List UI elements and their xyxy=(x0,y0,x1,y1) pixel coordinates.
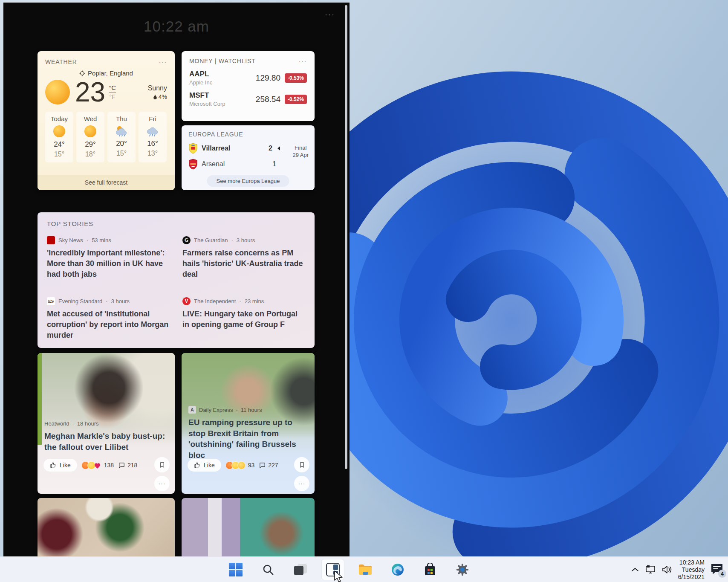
task-view-button[interactable] xyxy=(289,559,312,580)
match-date: 29 Apr xyxy=(292,151,309,159)
sky-news-icon xyxy=(47,236,55,244)
evening-standard-icon: ES xyxy=(47,297,55,305)
story-item[interactable]: ES Evening Standard · 3 hours Met accuse… xyxy=(47,297,170,341)
notification-badge: 4 xyxy=(718,570,726,578)
store-icon xyxy=(424,563,436,576)
like-button[interactable]: Like xyxy=(188,459,221,472)
villarreal-crest-icon xyxy=(188,143,198,154)
weather-condition: Sunny xyxy=(148,84,167,92)
rain-icon xyxy=(146,125,159,136)
file-explorer-button[interactable] xyxy=(354,559,376,580)
current-temperature: 23 xyxy=(75,78,105,106)
comment-icon xyxy=(118,462,125,469)
like-button[interactable]: Like xyxy=(43,459,77,472)
article-headline: EU ramping pressure up to stop Brexit Br… xyxy=(188,417,309,461)
stock-change-badge: -0.52% xyxy=(285,95,307,104)
news-card-brexit[interactable]: A Daily Express · 11 hours EU ramping pr… xyxy=(182,353,315,494)
reactions[interactable]: 93 xyxy=(225,461,255,469)
news-card-meghan[interactable]: Heatworld · 18 hours Meghan Markle's bab… xyxy=(38,353,175,494)
raindrop-icon xyxy=(153,94,157,99)
sun-rain-icon xyxy=(115,125,128,136)
top-stories-title: TOP STORIES xyxy=(47,220,93,227)
gear-icon xyxy=(456,563,469,576)
widgets-button[interactable] xyxy=(322,559,344,580)
news-card-partial[interactable] xyxy=(38,498,175,557)
guardian-icon: G xyxy=(182,236,191,244)
file-explorer-icon xyxy=(358,563,373,576)
tray-chevron-up-icon[interactable] xyxy=(631,567,639,573)
top-stories-widget: TOP STORIES Sky News · 53 mins 'Incredib… xyxy=(38,212,315,348)
bookmark-button[interactable] xyxy=(154,457,170,472)
settings-button[interactable] xyxy=(451,559,474,580)
fahrenheit-toggle[interactable]: °F xyxy=(110,93,116,100)
forecast-day[interactable]: Thu 20° 15° xyxy=(107,112,136,162)
match-team-row[interactable]: Villarreal 2 xyxy=(188,143,280,154)
network-icon[interactable] xyxy=(645,565,656,574)
independent-icon: V xyxy=(182,297,191,305)
weather-more-button[interactable]: ··· xyxy=(159,58,168,65)
heart-reaction-icon xyxy=(93,461,101,469)
wallpaper-bloom-art xyxy=(324,47,728,563)
sun-icon xyxy=(84,125,96,137)
tray-clock[interactable]: 10:23 AM Tuesday 6/15/2021 xyxy=(678,559,705,581)
stock-row-aapl[interactable]: AAPL Apple Inc 129.80 -0.53% xyxy=(189,70,307,86)
mouse-cursor xyxy=(333,570,344,582)
story-item[interactable]: Sky News · 53 mins 'Incredibly important… xyxy=(47,236,170,280)
article-headline: Meghan Markle's baby bust-up: the fallou… xyxy=(44,431,169,452)
sun-icon xyxy=(53,125,65,137)
windows-logo-icon xyxy=(229,563,243,576)
team-score: 1 xyxy=(272,160,276,168)
notification-center-button[interactable]: 4 xyxy=(710,563,725,576)
location-icon xyxy=(79,70,85,76)
forecast-day[interactable]: Fri 16° 13° xyxy=(139,112,167,162)
search-button[interactable] xyxy=(257,559,279,580)
weather-title: WEATHER xyxy=(45,58,77,65)
card-more-button[interactable]: ··· xyxy=(294,476,309,491)
comments-button[interactable]: 227 xyxy=(259,462,278,469)
sports-title: EUROPA LEAGUE xyxy=(188,131,243,138)
reactions[interactable]: 138 xyxy=(81,461,114,469)
see-full-forecast-link[interactable]: See full forecast xyxy=(38,175,175,190)
panel-more-button[interactable]: ··· xyxy=(325,10,335,19)
match-team-row[interactable]: Arsenal 1 xyxy=(188,159,276,170)
comments-button[interactable]: 218 xyxy=(118,462,137,469)
thumbs-up-icon xyxy=(194,462,201,469)
card-more-button[interactable]: ··· xyxy=(154,476,170,491)
story-item[interactable]: V The Independent · 23 mins LIVE: Hungar… xyxy=(182,297,305,341)
edge-button[interactable] xyxy=(387,559,409,580)
laughing-reaction-icon xyxy=(237,461,246,469)
forecast-day[interactable]: Wed 29° 18° xyxy=(76,112,104,162)
stock-row-msft[interactable]: MSFT Microsoft Corp 258.54 -0.52% xyxy=(189,91,307,107)
celsius-toggle[interactable]: °C xyxy=(109,84,116,93)
money-watchlist-widget: MONEY | WATCHLIST ··· AAPL Apple Inc 129… xyxy=(182,51,315,121)
sunny-icon xyxy=(45,80,70,104)
bookmark-icon xyxy=(159,461,165,469)
match-status: Final xyxy=(292,144,309,151)
winner-marker-icon xyxy=(277,146,280,151)
news-card-partial[interactable] xyxy=(182,498,315,557)
microsoft-store-button[interactable] xyxy=(419,559,441,580)
stock-price: 129.80 xyxy=(256,73,280,83)
taskbar: 10:23 AM Tuesday 6/15/2021 4 xyxy=(0,556,728,582)
bookmark-button[interactable] xyxy=(294,457,309,472)
story-item[interactable]: G The Guardian · 3 hours Farmers raise c… xyxy=(182,236,305,280)
weather-widget: WEATHER ··· Poplar, England 23 °C °F Sun… xyxy=(38,51,175,190)
thumbs-up-icon xyxy=(50,462,57,469)
money-more-button[interactable]: ··· xyxy=(299,57,307,64)
daily-express-icon: A xyxy=(188,406,196,414)
team-score: 2 xyxy=(269,145,272,152)
precipitation-chance: 4% xyxy=(159,93,167,100)
start-button[interactable] xyxy=(225,559,247,580)
comment-icon xyxy=(259,462,266,469)
search-icon xyxy=(262,563,274,576)
widgets-panel: 10:22 am ··· WEATHER ··· Poplar, England… xyxy=(3,3,350,557)
europa-league-widget: EUROPA LEAGUE Villarreal 2 Arsenal 1 xyxy=(182,125,315,190)
stock-change-badge: -0.53% xyxy=(285,73,307,83)
panel-clock: 10:22 am xyxy=(3,18,350,35)
weather-location[interactable]: Poplar, England xyxy=(88,69,133,77)
volume-icon[interactable] xyxy=(662,565,673,574)
see-more-europa-league-button[interactable]: See more Europa League xyxy=(207,175,289,187)
panel-scrollbar[interactable] xyxy=(345,5,347,469)
stock-price: 258.54 xyxy=(256,95,280,104)
forecast-day[interactable]: Today 24° 15° xyxy=(45,112,73,162)
